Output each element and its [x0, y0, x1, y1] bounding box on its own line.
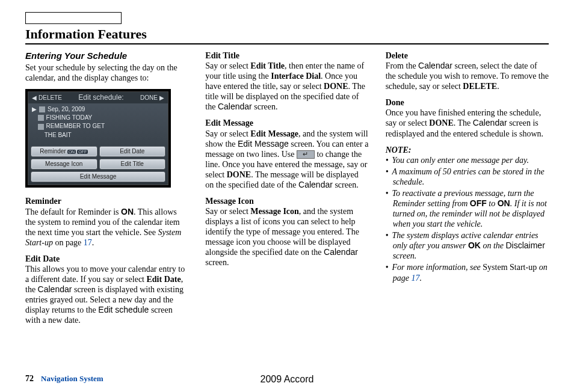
- footer: 72 Navigation System 2009 Accord: [25, 374, 549, 384]
- editmsg-paragraph: Say or select Edit Message, and the syst…: [205, 129, 368, 190]
- shot-reminder-button: ReminderONOFF: [31, 146, 97, 157]
- done-heading: Done: [386, 97, 549, 108]
- edit-schedule-screenshot: DELETE Edit schedule: DONE ▶Sep, 20, 200…: [25, 89, 171, 188]
- column-1: Entering Your Schedule Set your schedule…: [25, 51, 188, 331]
- edittitle-heading: Edit Title: [205, 51, 368, 61]
- calendar-icon: [39, 106, 45, 112]
- content-columns: Entering Your Schedule Set your schedule…: [25, 51, 549, 331]
- editdate-heading: Edit Date: [25, 254, 188, 264]
- footer-model: 2009 Accord: [261, 374, 314, 385]
- editmsg-heading: Edit Message: [205, 118, 368, 128]
- shot-date: Sep, 20, 2009: [48, 106, 85, 113]
- shot-msg2: REMEMBER TO GET: [46, 123, 105, 130]
- delete-heading: Delete: [386, 51, 549, 61]
- note-item-5: For more information, see System Start-u…: [386, 262, 549, 283]
- shot-delete-button: DELETE: [32, 94, 62, 102]
- msg-icon-2: [38, 124, 44, 130]
- page-link-17[interactable]: 17: [84, 238, 92, 247]
- editdate-paragraph: This allows you to move your calendar en…: [25, 264, 188, 325]
- reminder-heading: Reminder: [25, 196, 188, 206]
- footer-section: Navigation System: [41, 374, 103, 384]
- msgicon-heading: Message Icon: [205, 196, 368, 206]
- shot-title: Edit schedule:: [78, 93, 123, 102]
- edittitle-paragraph: Say or select Edit Title, then enter the…: [205, 61, 368, 112]
- shot-edittitle-button: Edit Title: [99, 159, 166, 170]
- note-list: You can only enter one message per day. …: [386, 155, 549, 283]
- section-heading: Entering Your Schedule: [25, 51, 188, 61]
- intro-paragraph: Set your schedule by selecting the day o…: [25, 63, 188, 83]
- shot-editdate-button: Edit Date: [99, 146, 166, 157]
- reminder-paragraph: The default for Reminder is ON. This all…: [25, 207, 188, 248]
- page-title: Information Features: [25, 26, 549, 44]
- column-3: Delete From the Calendar screen, select …: [386, 51, 549, 331]
- shot-done-button: DONE: [140, 94, 164, 102]
- page-link-17b[interactable]: 17: [411, 274, 419, 283]
- note-item-3: To reactivate a previous message, turn t…: [386, 188, 549, 229]
- top-empty-box: [25, 12, 122, 24]
- note-item-2: A maximum of 50 entries can be stored in…: [386, 167, 549, 187]
- delete-paragraph: From the Calendar screen, select the dat…: [386, 61, 549, 91]
- done-paragraph: Once you have finished entering the sche…: [386, 108, 549, 138]
- note-item-1: You can only enter one message per day.: [386, 155, 549, 165]
- note-heading: NOTE:: [386, 145, 549, 155]
- msgicon-paragraph: Say or select Message Icon, and the syst…: [205, 206, 368, 268]
- shot-editmsg-button: Edit Message: [31, 171, 165, 182]
- column-2: Edit Title Say or select Edit Title, the…: [205, 51, 368, 331]
- page-number: 72: [25, 374, 34, 384]
- msg-icon-1: [38, 115, 44, 121]
- note-item-4: The system displays active calendar entr…: [386, 230, 549, 261]
- enter-key-icon: [297, 150, 315, 159]
- shot-msg3: THE BAIT: [45, 132, 72, 139]
- shot-msg1: FISHING TODAY: [46, 114, 93, 121]
- shot-msgicon-button: Message Icon: [31, 159, 97, 170]
